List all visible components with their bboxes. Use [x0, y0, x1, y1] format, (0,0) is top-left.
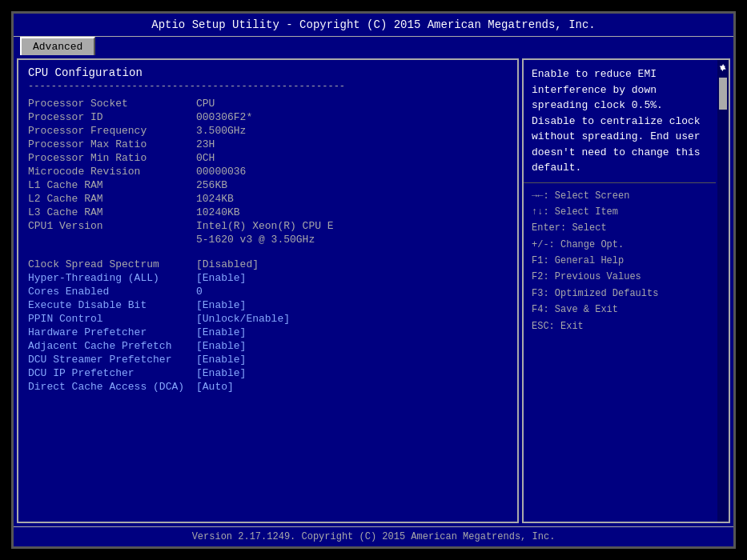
scroll-bottom: ▼	[717, 60, 729, 76]
value-processor-socket: CPU	[196, 98, 215, 110]
label-cpu1: CPU1 Version	[28, 220, 196, 232]
value-clock-spread: [Disabled]	[196, 258, 259, 270]
label-adjacent: Adjacent Cache Prefetch	[28, 340, 196, 352]
table-row: Processor Socket CPU	[28, 97, 508, 110]
list-item[interactable]: PPIN Control [Unlock/Enable]	[28, 312, 508, 326]
value-processor-id: 000306F2*	[196, 111, 252, 123]
table-row: CPU1 Version Intel(R) Xeon(R) CPU E	[28, 219, 508, 233]
help-text: Enable to reduce EMI interference by dow…	[524, 60, 716, 182]
table-row: Processor Frequency 3.500GHz	[28, 124, 508, 138]
value-hardware-prefetch: [Enable]	[196, 326, 246, 338]
table-row: L1 Cache RAM 256KB	[28, 178, 508, 192]
value-hyperthreading: [Enable]	[196, 272, 246, 284]
value-processor-max: 23H	[196, 138, 215, 150]
label-execute-disable: Execute Disable Bit	[28, 299, 196, 311]
table-row: Microcode Revision 00000036	[28, 165, 508, 178]
table-row: L3 Cache RAM 10240KB	[28, 206, 508, 219]
label-processor-max: Processor Max Ratio	[28, 138, 196, 150]
label-hyperthreading: Hyper-Threading (ALL)	[28, 272, 196, 284]
value-cores: 0	[196, 286, 203, 298]
label-cpu1-empty	[28, 234, 196, 246]
label-processor-min: Processor Min Ratio	[28, 152, 196, 164]
bios-screen: Aptio Setup Utility - Copyright (C) 2015…	[11, 11, 736, 549]
label-dcu-ip: DCU IP Prefetcher	[28, 367, 196, 379]
list-item[interactable]: Adjacent Cache Prefetch [Enable]	[28, 339, 508, 353]
value-adjacent: [Enable]	[196, 340, 246, 352]
value-l3: 10240KB	[196, 206, 240, 218]
scrollbar: ▲	[717, 60, 729, 522]
table-row: Processor Min Ratio 0CH	[28, 151, 508, 165]
right-panel: ▲ Enable to reduce EMI interference by d…	[522, 58, 730, 523]
scroll-down-icon[interactable]: ▼	[718, 62, 727, 76]
label-processor-id: Processor ID	[28, 111, 196, 123]
label-processor-socket: Processor Socket	[28, 98, 196, 110]
value-processor-min: 0CH	[196, 152, 215, 164]
table-row: L2 Cache RAM 1024KB	[28, 192, 508, 206]
key-hint-f2: F2: Previous Values	[532, 269, 708, 285]
table-row: Processor Max Ratio 23H	[28, 138, 508, 151]
value-processor-freq: 3.500GHz	[196, 125, 246, 137]
key-hint-f1: F1: General Help	[532, 253, 708, 269]
divider: ----------------------------------------…	[28, 81, 508, 92]
scroll-thumb	[719, 78, 727, 110]
value-dcu-streamer: [Enable]	[196, 354, 246, 366]
table-row: Processor ID 000306F2*	[28, 110, 508, 124]
title-text: Aptio Setup Utility - Copyright (C) 2015…	[151, 18, 596, 31]
value-l2: 1024KB	[196, 193, 234, 205]
list-item[interactable]: Direct Cache Access (DCA) [Auto]	[28, 380, 508, 394]
tab-row: Advanced	[14, 37, 733, 55]
label-processor-freq: Processor Frequency	[28, 125, 196, 137]
value-dcu-ip: [Enable]	[196, 367, 246, 379]
key-hint-change-opt: +/-: Change Opt.	[532, 237, 708, 253]
key-hint-select-item: ↑↓: Select Item	[532, 204, 708, 220]
tab-advanced[interactable]: Advanced	[20, 37, 95, 55]
status-text: Version 2.17.1249. Copyright (C) 2015 Am…	[192, 531, 556, 542]
table-row: 5-1620 v3 @ 3.50GHz	[28, 233, 508, 246]
table-row: Clock Spread Spectrum [Disabled]	[28, 258, 508, 271]
left-panel: CPU Configuration ----------------------…	[17, 58, 519, 523]
main-content: CPU Configuration ----------------------…	[14, 55, 733, 526]
label-hardware-prefetch: Hardware Prefetcher	[28, 326, 196, 338]
label-l2: L2 Cache RAM	[28, 193, 196, 205]
key-hint-select-screen: →←: Select Screen	[532, 188, 708, 204]
value-execute-disable: [Enable]	[196, 299, 246, 311]
value-cpu1-line2: 5-1620 v3 @ 3.50GHz	[196, 234, 315, 246]
title-bar: Aptio Setup Utility - Copyright (C) 2015…	[14, 14, 733, 37]
list-item[interactable]: Hardware Prefetcher [Enable]	[28, 326, 508, 339]
label-cores: Cores Enabled	[28, 286, 196, 298]
value-cpu1: Intel(R) Xeon(R) CPU E	[196, 220, 334, 232]
value-ppin: [Unlock/Enable]	[196, 313, 290, 325]
list-item[interactable]: Execute Disable Bit [Enable]	[28, 298, 508, 312]
label-dca: Direct Cache Access (DCA)	[28, 381, 196, 393]
list-item[interactable]: DCU Streamer Prefetcher [Enable]	[28, 353, 508, 366]
label-clock-spread: Clock Spread Spectrum	[28, 258, 196, 270]
label-dcu-streamer: DCU Streamer Prefetcher	[28, 354, 196, 366]
section-title: CPU Configuration	[28, 66, 508, 79]
label-l1: L1 Cache RAM	[28, 179, 196, 191]
key-hint-esc: ESC: Exit	[532, 318, 708, 334]
key-hint-enter: Enter: Select	[532, 220, 708, 236]
key-hints: →←: Select Screen ↑↓: Select Item Enter:…	[524, 182, 716, 340]
key-hint-f3: F3: Optimized Defaults	[532, 286, 708, 302]
value-microcode: 00000036	[196, 166, 246, 178]
key-hint-f4: F4: Save & Exit	[532, 302, 708, 318]
value-dca: [Auto]	[196, 381, 234, 393]
list-item[interactable]: Cores Enabled 0	[28, 285, 508, 298]
list-item[interactable]: Hyper-Threading (ALL) [Enable]	[28, 271, 508, 285]
label-microcode: Microcode Revision	[28, 166, 196, 178]
list-item[interactable]: DCU IP Prefetcher [Enable]	[28, 366, 508, 380]
status-bar: Version 2.17.1249. Copyright (C) 2015 Am…	[14, 526, 733, 546]
label-l3: L3 Cache RAM	[28, 206, 196, 218]
label-ppin: PPIN Control	[28, 313, 196, 325]
value-l1: 256KB	[196, 179, 227, 191]
